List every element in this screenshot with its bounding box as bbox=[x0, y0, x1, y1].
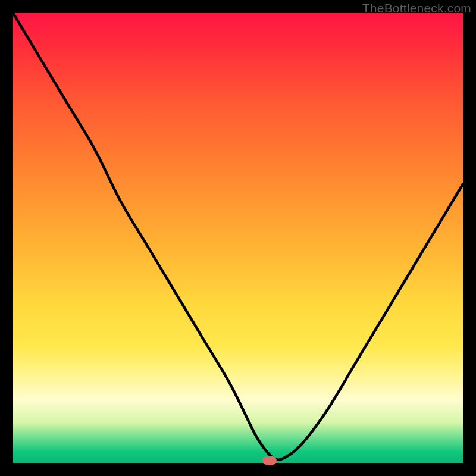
plot-area bbox=[13, 13, 463, 463]
chart-frame: TheBottleneck.com bbox=[0, 0, 476, 476]
bottleneck-marker bbox=[262, 456, 277, 465]
bottleneck-curve bbox=[13, 13, 463, 463]
watermark-text: TheBottleneck.com bbox=[362, 1, 471, 15]
